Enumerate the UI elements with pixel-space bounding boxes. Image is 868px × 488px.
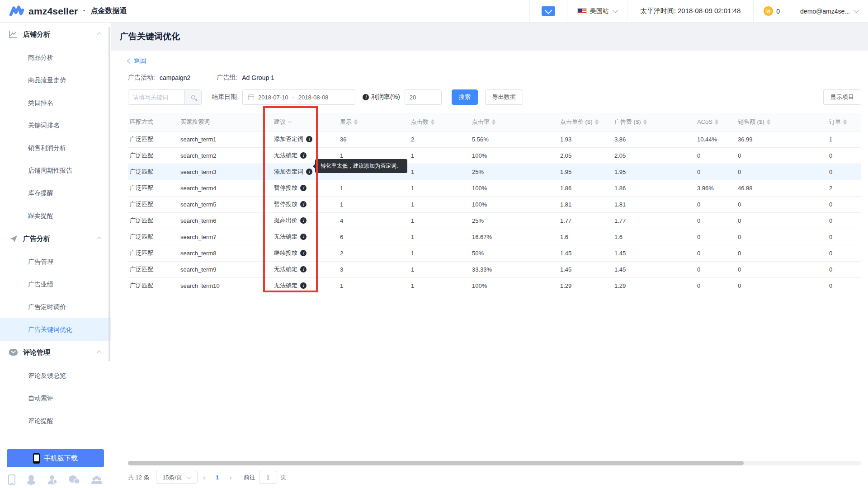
info-icon[interactable]	[306, 136, 312, 142]
customer-service-icon[interactable]	[47, 474, 57, 485]
info-icon[interactable]	[300, 201, 307, 207]
sidebar-item[interactable]: 广告关键词优化	[0, 318, 111, 341]
sidebar-item[interactable]: 库存提醒	[0, 182, 111, 204]
sort-icon[interactable]	[767, 119, 770, 125]
search-icon	[191, 95, 195, 99]
prev-page-button[interactable]: ‹	[198, 474, 211, 481]
cell-term: search_term9	[179, 261, 272, 277]
keywords-table: 匹配方式买家搜索词建议展示点击数点击率点击单价 ($)广告费 ($)ACoS销售…	[128, 113, 861, 294]
info-icon[interactable]	[300, 282, 307, 289]
info-icon[interactable]	[363, 94, 369, 100]
page-number[interactable]: 1	[211, 474, 224, 481]
next-page-button[interactable]: ›	[224, 474, 237, 481]
column-header-acos[interactable]: ACoS	[695, 113, 736, 131]
sidebar-section-header-shop-analysis[interactable]: 店铺分析	[0, 23, 111, 46]
sort-icon[interactable]	[715, 119, 718, 125]
logo-brand: amz4seller	[28, 6, 78, 17]
keyword-search-button[interactable]	[184, 90, 201, 104]
sidebar-item[interactable]: 店铺周期性报告	[0, 159, 111, 182]
cell-ctr: 50%	[470, 245, 558, 261]
column-header-cpc[interactable]: 点击单价 ($)	[558, 113, 613, 131]
column-header-clicks[interactable]: 点击数	[409, 113, 470, 131]
account-menu[interactable]: demo@amz4se...	[790, 0, 868, 23]
logo-product: 点金数据通	[90, 6, 127, 16]
column-header-impressions[interactable]: 展示	[338, 113, 409, 131]
sidebar-item[interactable]: 广告管理	[0, 250, 111, 273]
sort-icon[interactable]	[492, 119, 495, 125]
cell-term: search_term5	[179, 196, 272, 212]
cell-acos: 10.44%	[695, 131, 736, 147]
display-items-button[interactable]: 显示项目	[823, 89, 861, 105]
wechat-icon[interactable]	[68, 475, 80, 485]
cell-spend: 1.6	[613, 229, 695, 245]
marketplace-selector[interactable]: 美国站	[567, 0, 627, 23]
column-header-sales[interactable]: 销售额 ($)	[736, 113, 827, 131]
sort-icon[interactable]	[431, 119, 434, 125]
sidebar-item[interactable]: 关键词排名	[0, 114, 111, 136]
cell-cpc: 1.77	[558, 212, 613, 229]
sidebar-item[interactable]: 自动索评	[0, 387, 111, 409]
cell-term: search_term8	[179, 245, 272, 261]
sidebar-item[interactable]: 评论反馈总览	[0, 364, 111, 387]
sidebar-item[interactable]: 商品分析	[0, 46, 111, 69]
table-row: 广泛匹配search_term5暂停投放11100%1.811.81000	[128, 196, 861, 212]
info-icon[interactable]	[300, 234, 307, 240]
cell-orders: 0	[827, 229, 861, 245]
sort-icon[interactable]	[843, 119, 847, 125]
info-icon[interactable]	[300, 152, 307, 159]
column-header-orders[interactable]: 订单	[827, 113, 861, 131]
info-icon[interactable]	[300, 266, 307, 272]
horizontal-scrollbar-track	[128, 461, 861, 465]
column-header-spend[interactable]: 广告费 ($)	[613, 113, 695, 131]
info-icon[interactable]	[300, 250, 307, 256]
sidebar-item[interactable]: 商品流量走势	[0, 69, 111, 91]
mobile-download-button[interactable]: 手机版下载	[7, 449, 104, 467]
community-icon[interactable]	[91, 475, 103, 485]
sidebar-scrollbar[interactable]	[108, 27, 110, 361]
calendar-icon	[248, 94, 254, 100]
sort-icon[interactable]	[595, 119, 599, 125]
cell-acos: 0	[695, 245, 736, 261]
page-size-select[interactable]: 15条/页	[156, 471, 198, 484]
sidebar-section-header-review-management[interactable]: 评论管理	[0, 341, 111, 364]
sidebar-section-header-ad-analysis[interactable]: 广告分析	[0, 227, 111, 250]
back-link[interactable]: 返回	[128, 57, 146, 65]
cell-cpc: 1.93	[558, 131, 613, 147]
sort-icon[interactable]	[643, 119, 647, 125]
sidebar-item[interactable]: 广告定时调价	[0, 296, 111, 318]
coin-count: 0	[776, 8, 780, 15]
messages-button[interactable]	[529, 0, 567, 23]
sidebar-item[interactable]: 销售利润分析	[0, 136, 111, 159]
cell-acos: 0	[695, 277, 736, 294]
main-area: 广告关键词优化 返回 广告活动: campaign2 广告组: Ad Group…	[111, 23, 868, 488]
profit-rate-input[interactable]	[405, 89, 442, 105]
column-header-ctr[interactable]: 点击率	[470, 113, 558, 131]
cell-sales: 0	[736, 245, 827, 261]
date-range-picker[interactable]: 2018-07-10 - 2018-08-08	[242, 89, 355, 105]
filter-chevron-icon	[288, 119, 292, 123]
horizontal-scrollbar-thumb[interactable]	[128, 461, 744, 465]
sidebar-item[interactable]: 评论提醒	[0, 409, 111, 432]
info-icon[interactable]	[300, 185, 307, 191]
keyword-search-input[interactable]	[128, 90, 184, 104]
qq-icon[interactable]	[26, 474, 36, 485]
cell-match: 广泛匹配	[128, 229, 179, 245]
sort-icon[interactable]	[354, 119, 358, 125]
sidebar-item[interactable]: 跟卖提醒	[0, 204, 111, 227]
coin-balance[interactable]: 0	[753, 0, 790, 23]
export-data-button[interactable]: 导出数据	[485, 89, 523, 105]
cell-spend: 1.45	[613, 261, 695, 277]
info-icon[interactable]	[300, 217, 307, 224]
cell-sales: 36.99	[736, 131, 827, 147]
info-icon[interactable]	[306, 169, 312, 175]
chevron-up-icon	[97, 236, 102, 241]
mobile-app-icon[interactable]	[8, 474, 15, 485]
app-logo[interactable]: amz4seller · 点金数据通	[0, 5, 127, 18]
sidebar-item[interactable]: 广告业绩	[0, 273, 111, 296]
sidebar-item[interactable]: 类目排名	[0, 91, 111, 114]
column-header-suggestion[interactable]: 建议	[272, 113, 338, 131]
goto-page-input[interactable]	[259, 471, 277, 484]
search-button[interactable]: 搜索	[452, 89, 478, 105]
cell-acos: 0	[695, 261, 736, 277]
comment-icon	[9, 348, 18, 357]
